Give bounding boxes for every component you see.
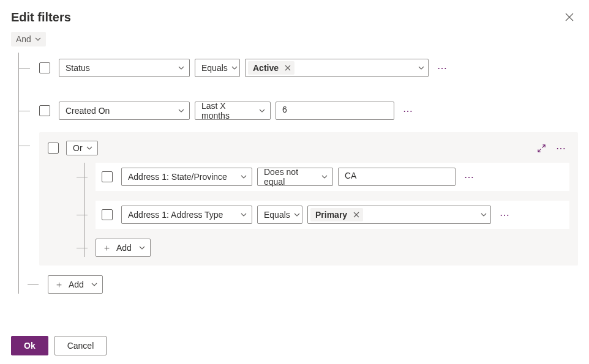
chevron-down-icon: [241, 172, 247, 182]
chevron-down-icon: [91, 280, 97, 289]
row-checkbox[interactable]: [39, 105, 50, 116]
branch-line: [77, 177, 88, 177]
field-select-address-type[interactable]: Address 1: Address Type: [121, 206, 252, 224]
group-checkbox[interactable]: [48, 143, 59, 154]
subgroup-operator[interactable]: Or: [66, 141, 98, 155]
filter-subgroup: Or ⋯: [39, 132, 578, 266]
root-group-operator[interactable]: And: [11, 32, 46, 46]
add-condition-button[interactable]: ＋ Add: [48, 275, 103, 294]
subgroup-operator-label: Or: [73, 143, 83, 153]
operator-select[interactable]: Equals: [257, 206, 302, 224]
operator-label: Equals: [264, 210, 290, 220]
branch-line: [77, 215, 88, 215]
ok-button[interactable]: Ok: [11, 336, 48, 355]
chevron-down-icon: [481, 210, 487, 220]
branch-line: [77, 248, 88, 248]
row-more-button[interactable]: ⋯: [460, 168, 478, 185]
row-more-button[interactable]: ⋯: [399, 102, 416, 119]
value-tag-label: Primary: [315, 210, 347, 220]
value-input[interactable]: 6: [276, 102, 394, 120]
branch-line: [19, 146, 30, 146]
value-tag-select[interactable]: Active: [245, 59, 429, 77]
field-label: Address 1: State/Province: [128, 172, 227, 182]
chevron-down-icon: [231, 63, 238, 73]
plus-icon: ＋: [102, 242, 111, 254]
operator-select[interactable]: Last X months: [195, 102, 271, 120]
remove-tag-button[interactable]: [285, 63, 291, 73]
chevron-down-icon: [294, 210, 300, 220]
field-label: Status: [66, 63, 90, 73]
add-label: Add: [69, 280, 84, 289]
branch-line: [19, 68, 30, 69]
add-label: Add: [116, 243, 132, 253]
dialog-title: Edit filters: [11, 10, 71, 24]
chevron-down-icon: [321, 172, 328, 182]
operator-select[interactable]: Equals: [195, 59, 240, 77]
value-tag-label: Active: [253, 63, 279, 73]
field-label: Address 1: Address Type: [128, 210, 223, 220]
chevron-down-icon: [35, 34, 41, 44]
row-more-button[interactable]: ⋯: [496, 206, 513, 223]
value-tag: Active: [248, 61, 294, 75]
chevron-down-icon: [241, 210, 247, 220]
field-select-status[interactable]: Status: [59, 59, 190, 77]
chevron-down-icon: [178, 63, 184, 73]
field-select-createdon[interactable]: Created On: [59, 102, 190, 120]
tree-connector: [18, 53, 19, 294]
row-checkbox[interactable]: [102, 209, 113, 220]
row-checkbox[interactable]: [102, 171, 113, 182]
chevron-down-icon: [178, 106, 184, 116]
value-text: 6: [282, 105, 287, 114]
operator-select[interactable]: Does not equal: [257, 168, 333, 186]
collapse-icon: [537, 144, 546, 153]
operator-label: Last X months: [201, 101, 255, 121]
chevron-down-icon: [259, 106, 265, 116]
chevron-down-icon: [418, 63, 424, 73]
value-text: CA: [345, 171, 356, 180]
field-select-address-state[interactable]: Address 1: State/Province: [121, 168, 252, 186]
cancel-button[interactable]: Cancel: [54, 336, 107, 355]
branch-line: [19, 111, 30, 111]
group-more-button[interactable]: ⋯: [552, 139, 569, 157]
field-label: Created On: [66, 106, 110, 116]
branch-line: [28, 284, 39, 285]
row-more-button[interactable]: ⋯: [433, 59, 451, 76]
close-button[interactable]: [561, 9, 578, 26]
close-icon: [565, 13, 574, 21]
value-tag: Primary: [310, 208, 363, 221]
operator-label: Does not equal: [264, 167, 318, 187]
chevron-down-icon: [86, 143, 92, 153]
chevron-down-icon: [139, 243, 145, 253]
add-condition-button[interactable]: ＋ Add: [96, 239, 151, 257]
root-group-operator-label: And: [16, 34, 31, 44]
row-checkbox[interactable]: [39, 62, 50, 73]
plus-icon: ＋: [54, 279, 64, 291]
collapse-group-button[interactable]: [533, 139, 550, 157]
operator-label: Equals: [201, 63, 228, 73]
value-tag-select[interactable]: Primary: [307, 206, 491, 224]
remove-tag-button[interactable]: [353, 210, 359, 220]
value-input[interactable]: CA: [338, 168, 456, 186]
